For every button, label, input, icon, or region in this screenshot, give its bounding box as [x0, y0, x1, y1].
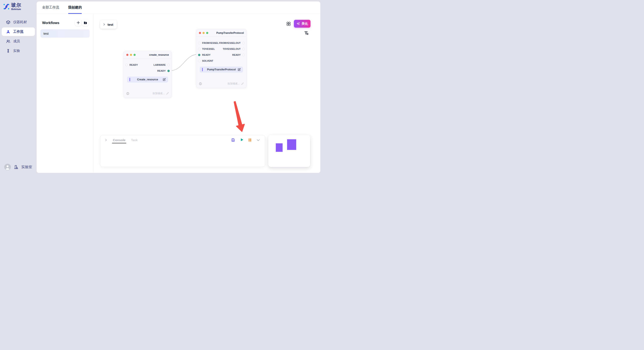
- building-icon: [14, 165, 18, 170]
- port-circle[interactable]: [126, 64, 128, 66]
- beautify-button[interactable]: 美化: [294, 20, 310, 28]
- input-port-solvent[interactable]: SOLVENT: [198, 59, 214, 62]
- output-port-ready[interactable]: READY: [157, 70, 170, 72]
- input-port-tovessel[interactable]: TOVESSEL: [198, 48, 215, 50]
- users-icon: [6, 39, 10, 44]
- info-icon[interactable]: [126, 92, 129, 95]
- output-port-ready[interactable]: READY: [232, 54, 245, 56]
- import-folder-button[interactable]: [82, 19, 88, 26]
- tab-all-workflows[interactable]: 全部工作流: [42, 1, 59, 14]
- sidebar-item-members[interactable]: 成员: [2, 37, 35, 45]
- tab-created-by-me[interactable]: 我创建的: [68, 1, 82, 14]
- sidebar-item-label: 仪器耗材: [13, 20, 27, 24]
- sidebar-item-label: 成员: [13, 39, 20, 44]
- main-panel: 全部工作流 我创建的 Workflows: [37, 1, 320, 173]
- input-port-ready[interactable]: READY: [126, 64, 138, 66]
- edit-icon[interactable]: [162, 78, 166, 81]
- console-panel: Console Task: [100, 135, 265, 167]
- lab-name[interactable]: 实验室: [21, 165, 32, 170]
- add-workflow-button[interactable]: [75, 19, 82, 26]
- add-description[interactable]: 添加描述...: [228, 82, 244, 85]
- user-icon: [6, 29, 10, 34]
- chevron-right-icon: [103, 23, 106, 26]
- workflow-tabbar: 全部工作流 我创建的: [37, 1, 320, 14]
- node-title: PumpTransferProtocol: [216, 31, 244, 34]
- port-circle-connected[interactable]: [198, 54, 200, 56]
- play-icon: [240, 138, 244, 142]
- sidebar-footer: 实验室: [4, 164, 32, 170]
- input-port-ready[interactable]: READY: [198, 54, 210, 56]
- tab-task[interactable]: Task: [131, 135, 138, 145]
- sidebar-item-experiments[interactable]: 实验: [2, 47, 35, 55]
- workflows-panel: Workflows test: [37, 14, 94, 173]
- flask-icon: [6, 49, 10, 53]
- node-pump-transfer-protocol[interactable]: PumpTransferProtocol FROMVESSEL FROMVESS…: [196, 29, 246, 88]
- pause-button[interactable]: [248, 138, 252, 142]
- traffic-dots-icon: [126, 54, 136, 56]
- sparkles-icon: [296, 22, 300, 25]
- canvas-breadcrumb[interactable]: test: [100, 20, 117, 29]
- node-title: create_resource: [149, 53, 169, 56]
- minimap-node-rect: [276, 143, 282, 152]
- output-port-tovesselout[interactable]: TOVESSELOUT: [223, 48, 245, 50]
- minimap[interactable]: [268, 135, 310, 167]
- save-button[interactable]: [231, 138, 235, 142]
- tab-console[interactable]: Console: [113, 135, 126, 145]
- workflow-canvas[interactable]: test create_resource READY LABWARE: [94, 14, 320, 173]
- node-create-resource[interactable]: create_resource READY LABWARE R: [124, 51, 172, 98]
- brand-name-en: Bohrium: [11, 8, 22, 10]
- brand-name-zh: 玻尔: [11, 3, 22, 7]
- port-circle[interactable]: [198, 60, 200, 62]
- port-circle[interactable]: [168, 64, 170, 66]
- pill-accent-bar: [130, 78, 130, 81]
- port-circle[interactable]: [198, 42, 200, 44]
- output-port-labware[interactable]: LABWARE: [154, 64, 170, 66]
- pencil-icon: [166, 92, 169, 95]
- collapse-chevron-right-icon[interactable]: [104, 139, 107, 141]
- filter-button[interactable]: [304, 31, 309, 36]
- sidebar-item-label: 实验: [13, 49, 20, 53]
- pill-accent-bar: [202, 68, 203, 71]
- node-pill[interactable]: Create_resource: [127, 77, 168, 82]
- port-circle[interactable]: [242, 48, 245, 50]
- output-port-fromvesselout[interactable]: FROMVESSELOUT: [219, 42, 245, 44]
- apps-clover-button[interactable]: [286, 21, 291, 26]
- input-port-fromvessel[interactable]: FROMVESSEL: [198, 42, 219, 44]
- workflows-panel-title: Workflows: [42, 21, 60, 25]
- breadcrumb-label: test: [108, 23, 113, 26]
- port-circle[interactable]: [198, 48, 200, 50]
- beautify-label: 美化: [302, 22, 308, 26]
- run-button[interactable]: [240, 138, 244, 142]
- pause-icon: [248, 138, 252, 142]
- brand-logo: 玻尔 Bohrium: [3, 3, 22, 10]
- workflow-list-item-test[interactable]: test: [40, 29, 90, 38]
- edit-icon[interactable]: [238, 68, 241, 71]
- folder-download-icon: [84, 21, 87, 25]
- port-circle[interactable]: [242, 42, 245, 44]
- port-circle-connected[interactable]: [168, 70, 170, 72]
- clover-icon: [286, 21, 291, 26]
- node-pill[interactable]: PumpTransferProtocol: [200, 67, 243, 72]
- plus-icon: [76, 21, 80, 24]
- sidebar-item-consumables[interactable]: 仪器耗材: [2, 18, 35, 26]
- sidebar: 玻尔 Bohrium 仪器耗材 工作流: [0, 0, 37, 175]
- floppy-save-icon: [231, 138, 235, 142]
- sidebar-item-label: 工作流: [13, 29, 24, 34]
- minimap-node-rect: [287, 139, 296, 150]
- info-icon[interactable]: [199, 82, 202, 85]
- add-description[interactable]: 添加描述...: [152, 92, 169, 95]
- collapse-panel-button[interactable]: [256, 138, 260, 142]
- pencil-icon: [241, 82, 244, 85]
- filter-funnel-icon: [304, 31, 309, 36]
- bohrium-logo-icon: [3, 3, 10, 10]
- traffic-dots-icon: [199, 32, 208, 34]
- chevron-down-icon: [256, 138, 260, 142]
- package-icon: [6, 20, 10, 24]
- sidebar-nav: 仪器耗材 工作流 成员: [0, 18, 37, 55]
- sidebar-item-workflow[interactable]: 工作流: [2, 27, 35, 36]
- port-circle[interactable]: [242, 54, 245, 56]
- avatar[interactable]: [4, 164, 11, 170]
